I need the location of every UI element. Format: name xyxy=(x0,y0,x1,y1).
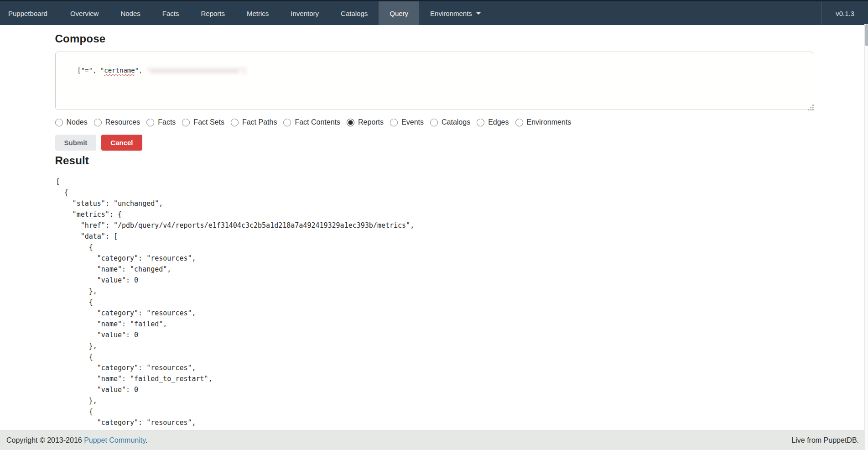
radio-edges[interactable] xyxy=(477,119,484,126)
nav-item-catalogs[interactable]: Catalogs xyxy=(330,1,379,25)
nav-item-environments-dropdown[interactable]: Environments xyxy=(419,1,492,25)
radio-option-environments[interactable]: Environments xyxy=(515,118,572,126)
radio-facts[interactable] xyxy=(146,119,154,126)
radio-environments[interactable] xyxy=(515,119,523,126)
radio-option-catalogs[interactable]: Catalogs xyxy=(430,118,470,126)
query-text-redacted: "xxxxxxxxxxxxxxxxxxxxxxx"] xyxy=(146,67,246,74)
endpoint-radio-group: Nodes Resources Facts Fact Sets Fact Pat… xyxy=(55,118,813,126)
radio-option-events[interactable]: Events xyxy=(390,118,424,126)
cancel-button[interactable]: Cancel xyxy=(101,135,142,151)
radio-label: Events xyxy=(401,118,424,126)
scrollbar-thumb[interactable] xyxy=(865,24,868,46)
nav-item-query[interactable]: Query xyxy=(379,1,419,25)
radio-fact-paths[interactable] xyxy=(231,119,239,126)
nav-item-facts[interactable]: Facts xyxy=(151,1,190,25)
puppet-community-link[interactable]: Puppet Community xyxy=(84,436,146,444)
nav-item-nodes[interactable]: Nodes xyxy=(109,1,151,25)
radio-label: Fact Paths xyxy=(242,118,277,126)
radio-label: Reports xyxy=(358,118,384,126)
page-footer: Copyright © 2013-2016 Puppet Community. … xyxy=(0,430,868,450)
query-text-certname: certname xyxy=(104,67,135,74)
radio-label: Fact Contents xyxy=(295,118,340,126)
navbar-links: Puppetboard Overview Nodes Facts Reports… xyxy=(0,1,492,25)
environments-label: Environments xyxy=(430,10,472,17)
nav-item-overview[interactable]: Overview xyxy=(59,1,110,25)
radio-events[interactable] xyxy=(390,119,398,126)
radio-option-edges[interactable]: Edges xyxy=(477,118,509,126)
result-heading: Result xyxy=(55,154,813,167)
radio-option-fact-paths[interactable]: Fact Paths xyxy=(231,118,277,126)
radio-label: Catalogs xyxy=(442,118,470,126)
footer-copyright: Copyright © 2013-2016 Puppet Community. xyxy=(6,436,147,445)
radio-fact-sets[interactable] xyxy=(182,119,190,126)
radio-option-fact-sets[interactable]: Fact Sets xyxy=(182,118,224,126)
chevron-down-icon xyxy=(476,12,481,15)
result-json-output: [ { "status": "unchanged", "metrics": { … xyxy=(55,176,813,428)
version-badge: v0.1.3 xyxy=(821,1,868,25)
page-content: Compose ["=", "certname", "xxxxxxxxxxxxx… xyxy=(55,32,813,428)
radio-nodes[interactable] xyxy=(55,119,63,126)
radio-option-reports[interactable]: Reports xyxy=(347,118,384,126)
radio-label: Resources xyxy=(105,118,140,126)
footer-status-text: Live from PuppetDB. xyxy=(791,436,859,445)
navbar-spacer xyxy=(492,1,821,25)
nav-item-inventory[interactable]: Inventory xyxy=(280,1,330,25)
compose-heading: Compose xyxy=(55,32,813,45)
nav-item-metrics[interactable]: Metrics xyxy=(236,1,280,25)
radio-catalogs[interactable] xyxy=(430,119,438,126)
submit-button[interactable]: Submit xyxy=(55,135,97,151)
copyright-period: . xyxy=(146,436,147,444)
copyright-text: Copyright © 2013-2016 xyxy=(6,436,84,444)
radio-reports[interactable] xyxy=(347,119,354,126)
radio-resources[interactable] xyxy=(94,119,102,126)
radio-label: Nodes xyxy=(67,118,88,126)
radio-label: Fact Sets xyxy=(193,118,224,126)
form-actions: Submit Cancel xyxy=(55,135,813,151)
query-text-open: ["=", " xyxy=(77,67,104,74)
query-text-close: ", xyxy=(135,67,146,74)
radio-label: Environments xyxy=(527,118,572,126)
query-textarea[interactable]: ["=", "certname", "xxxxxxxxxxxxxxxxxxxxx… xyxy=(55,52,813,110)
vertical-scrollbar[interactable] xyxy=(864,24,868,450)
radio-label: Facts xyxy=(158,118,176,126)
radio-label: Edges xyxy=(488,118,509,126)
radio-option-resources[interactable]: Resources xyxy=(94,118,140,126)
main-navbar: Puppetboard Overview Nodes Facts Reports… xyxy=(0,1,868,25)
radio-fact-contents[interactable] xyxy=(283,119,291,126)
radio-option-fact-contents[interactable]: Fact Contents xyxy=(283,118,340,126)
radio-option-facts[interactable]: Facts xyxy=(146,118,176,126)
radio-option-nodes[interactable]: Nodes xyxy=(55,118,88,126)
textarea-resize-grip[interactable] xyxy=(808,105,814,111)
nav-item-reports[interactable]: Reports xyxy=(190,1,236,25)
navbar-brand-puppetboard[interactable]: Puppetboard xyxy=(0,1,59,25)
